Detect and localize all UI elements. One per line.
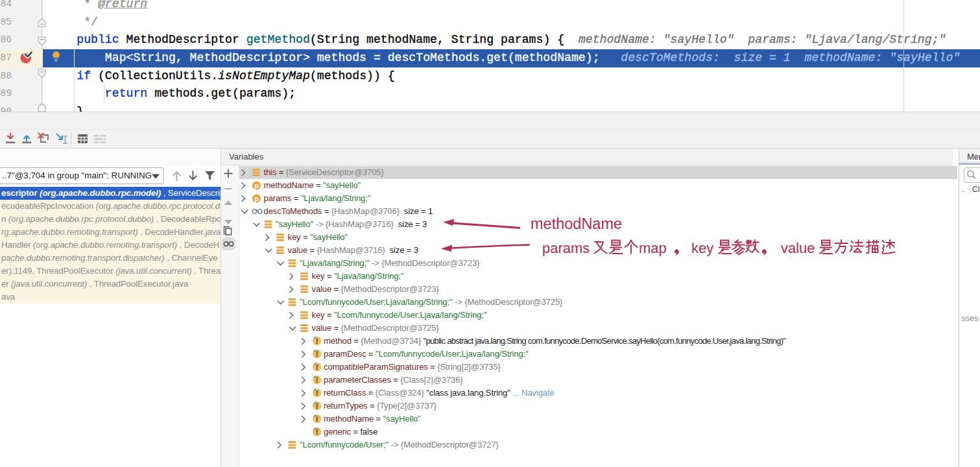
svg-text:value: value bbox=[781, 240, 815, 256]
svg-text:params: params bbox=[542, 240, 590, 256]
svg-text:key: key bbox=[691, 240, 713, 256]
svg-text:map: map bbox=[639, 240, 667, 256]
svg-text:methodName: methodName bbox=[531, 215, 622, 232]
